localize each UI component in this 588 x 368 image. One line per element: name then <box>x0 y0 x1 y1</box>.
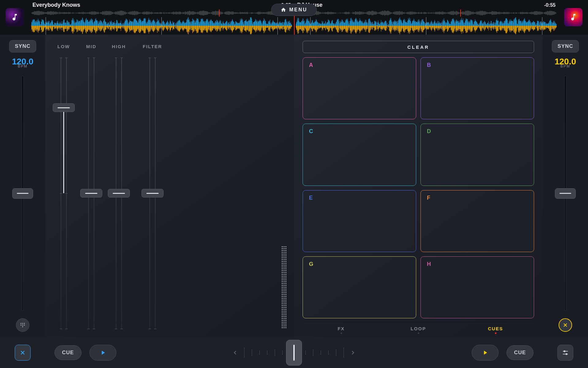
center-playhead <box>294 15 295 35</box>
deck-a-scroll-waveform[interactable] <box>31 17 292 35</box>
cue-pad-label: A <box>309 62 313 68</box>
deck-a-mixer-toggle-button[interactable] <box>16 318 29 332</box>
mixer-icon <box>20 322 26 328</box>
crossfader-nudge-right[interactable] <box>350 350 356 355</box>
deck-b-play-button[interactable] <box>472 345 499 361</box>
eq-low-slider[interactable] <box>55 55 73 331</box>
cue-pad-c[interactable]: C <box>303 124 416 186</box>
deck-b-album-art[interactable] <box>564 8 582 26</box>
deck-b-overview-waveform[interactable] <box>296 10 557 17</box>
deck-a-overview-waveform[interactable] <box>31 10 292 17</box>
crossfader-nudge-left[interactable] <box>232 350 238 355</box>
deck-b-side-panel: SYNC 120.0 BPM <box>543 35 588 337</box>
cue-pad-h[interactable]: H <box>420 256 534 318</box>
deck-a-track-column: Everybody Knows -0:25 <box>29 0 294 35</box>
waveform-header: Everybody Knows -0:25 DJ House -0:55 <box>0 0 588 35</box>
crossfader-thumb[interactable] <box>286 340 302 366</box>
cue-pad-b[interactable]: B <box>420 57 534 119</box>
eq-low-label: LOW <box>58 44 70 49</box>
clear-cues-button[interactable]: CLEAR <box>303 41 534 53</box>
deck-b-scroll-waveform[interactable] <box>296 17 557 35</box>
play-icon <box>100 349 106 356</box>
deck-a-cue-button[interactable]: CUE <box>55 345 81 360</box>
cue-pad-e[interactable]: E <box>303 190 416 252</box>
settings-sliders-button[interactable] <box>557 345 573 361</box>
slider-thumb[interactable] <box>555 188 576 199</box>
deck-a-title: Everybody Knows <box>32 2 80 8</box>
eq-filter-label: FILTER <box>143 44 162 49</box>
eq-mid-slider[interactable] <box>82 55 100 331</box>
slider-thumb[interactable] <box>141 189 164 197</box>
tab-loop[interactable]: LOOP <box>380 322 457 337</box>
perform-mode-tabs: FX LOOP CUES <box>303 322 534 337</box>
deck-b-sync-button[interactable]: SYNC <box>552 40 579 52</box>
svg-rect-5 <box>24 325 25 326</box>
svg-rect-1 <box>22 323 23 324</box>
deck-a-pitch-slider[interactable] <box>15 76 30 311</box>
cue-pad-label: D <box>427 128 431 135</box>
main-body: SYNC 120.0 BPM LOW MID <box>0 35 588 337</box>
close-icon <box>19 349 26 356</box>
transport-bar: CUE CUE <box>0 337 588 368</box>
svg-rect-3 <box>21 325 21 326</box>
cue-pad-label: B <box>427 62 431 68</box>
sliders-icon <box>562 349 569 356</box>
cue-pad-g[interactable]: G <box>303 256 416 318</box>
svg-rect-6 <box>22 326 23 327</box>
cue-pad-grid: ABCDEFGH <box>303 57 534 318</box>
deck-a-overview-playhead <box>219 10 220 17</box>
tab-fx[interactable]: FX <box>303 322 380 337</box>
eq-filter-slider[interactable] <box>143 55 162 331</box>
tab-cues[interactable]: CUES <box>457 322 534 337</box>
cue-pad-label: E <box>309 195 313 201</box>
slider-thumb[interactable] <box>80 189 102 197</box>
svg-rect-4 <box>22 325 23 326</box>
play-icon <box>482 349 488 356</box>
svg-point-10 <box>566 354 567 355</box>
deck-b-time-remaining: -0:55 <box>544 2 556 8</box>
eq-mid-label: MID <box>86 44 96 49</box>
eq-high-label: HIGH <box>112 44 126 49</box>
close-icon <box>562 322 568 328</box>
svg-rect-2 <box>24 323 25 324</box>
menu-label: MENU <box>289 7 307 13</box>
slider-thumb[interactable] <box>108 189 130 197</box>
deck-b-close-panel-button[interactable] <box>559 318 572 332</box>
deck-a-sync-button[interactable]: SYNC <box>9 40 36 52</box>
cue-pad-label: H <box>427 261 431 267</box>
deck-a-album-art[interactable] <box>6 8 24 26</box>
crossfader <box>229 343 359 362</box>
deck-b-pitch-slider[interactable] <box>558 76 573 311</box>
svg-point-9 <box>564 351 565 352</box>
home-icon <box>281 7 286 13</box>
level-meter <box>282 142 288 331</box>
svg-rect-0 <box>21 323 21 324</box>
cue-pad-a[interactable]: A <box>303 57 416 119</box>
slider-thumb[interactable] <box>12 188 33 199</box>
deck-a-bpm-display[interactable]: 120.0 BPM <box>12 57 33 68</box>
deck-b-track-column: DJ House -0:55 <box>294 0 559 35</box>
cue-pad-d[interactable]: D <box>420 124 534 186</box>
cues-panel: CLEAR ABCDEFGH FX LOOP CUES <box>294 35 543 337</box>
deck-a-side-panel: SYNC 120.0 BPM <box>0 35 45 337</box>
crossfader-track[interactable] <box>243 343 345 362</box>
cue-pad-label: C <box>309 128 313 135</box>
eq-high-slider[interactable] <box>110 55 128 331</box>
cue-pad-label: G <box>309 261 313 267</box>
slider-thumb[interactable] <box>53 103 75 112</box>
eq-panel: LOW MID HIGH <box>45 35 294 337</box>
deck-b-bpm-display[interactable]: 120.0 BPM <box>555 57 576 68</box>
cue-pad-label: F <box>427 195 430 201</box>
deck-b-overview-playhead <box>460 10 461 17</box>
music-note-icon <box>10 13 19 21</box>
music-note-icon <box>569 13 578 21</box>
deck-a-play-button[interactable] <box>89 345 116 361</box>
deck-b-cue-button[interactable]: CUE <box>507 345 533 360</box>
deck-a-close-button[interactable] <box>15 345 31 361</box>
cue-pad-f[interactable]: F <box>420 190 534 252</box>
menu-button[interactable]: MENU <box>271 4 317 16</box>
